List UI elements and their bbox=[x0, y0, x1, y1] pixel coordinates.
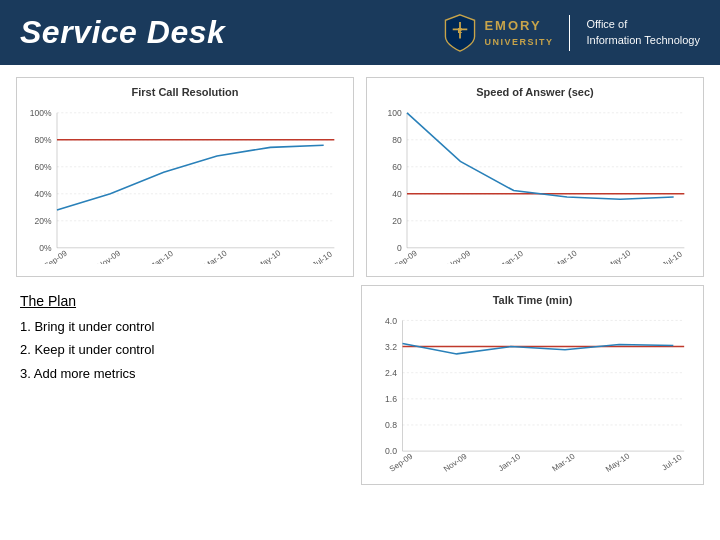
svg-text:40%: 40% bbox=[35, 189, 52, 199]
svg-text:60%: 60% bbox=[35, 162, 52, 172]
svg-text:Jul-10: Jul-10 bbox=[660, 453, 684, 472]
emory-text: EMORYUNIVERSITY bbox=[484, 18, 553, 48]
main-content: First Call Resolution 100% 80% 60% 40% 2… bbox=[0, 65, 720, 540]
svg-text:Jan-10: Jan-10 bbox=[497, 452, 523, 472]
plan-item-2: 2. Keep it under control bbox=[20, 338, 345, 361]
svg-text:May-10: May-10 bbox=[605, 248, 632, 264]
svg-text:Nov-09: Nov-09 bbox=[446, 248, 473, 264]
speed-of-answer-title: Speed of Answer (sec) bbox=[375, 86, 695, 98]
office-it-label: Office ofInformation Technology bbox=[586, 17, 700, 48]
svg-text:40: 40 bbox=[392, 189, 402, 199]
svg-text:E: E bbox=[458, 26, 463, 35]
emory-shield-icon: E bbox=[442, 13, 478, 53]
header-right: E EMORYUNIVERSITY Office ofInformation T… bbox=[442, 13, 700, 53]
plan-section: The Plan 1. Bring it under control 2. Ke… bbox=[16, 285, 349, 528]
svg-text:60: 60 bbox=[392, 162, 402, 172]
emory-logo: E EMORYUNIVERSITY bbox=[442, 13, 553, 53]
svg-text:Jul-10: Jul-10 bbox=[661, 249, 684, 264]
svg-text:Jan-10: Jan-10 bbox=[150, 249, 176, 264]
svg-text:Mar-10: Mar-10 bbox=[553, 248, 579, 264]
svg-text:20: 20 bbox=[392, 216, 402, 226]
svg-text:1.6: 1.6 bbox=[385, 394, 397, 404]
page-title: Service Desk bbox=[20, 14, 225, 51]
svg-text:80: 80 bbox=[392, 135, 402, 145]
talk-time-svg: 4.0 3.2 2.4 1.6 0.8 0.0 Sep-09 Nov-09 Ja… bbox=[370, 310, 695, 472]
plan-item-3: 3. Add more metrics bbox=[20, 362, 345, 385]
first-call-chart: First Call Resolution 100% 80% 60% 40% 2… bbox=[16, 77, 354, 277]
svg-text:3.2: 3.2 bbox=[385, 342, 397, 352]
plan-item-1: 1. Bring it under control bbox=[20, 315, 345, 338]
svg-text:Nov-09: Nov-09 bbox=[96, 248, 123, 264]
svg-text:100%: 100% bbox=[30, 108, 52, 118]
emory-name: EMORYUNIVERSITY bbox=[484, 18, 553, 48]
svg-text:2.4: 2.4 bbox=[385, 368, 397, 378]
svg-text:20%: 20% bbox=[35, 216, 52, 226]
svg-text:4.0: 4.0 bbox=[385, 316, 397, 326]
svg-text:0.8: 0.8 bbox=[385, 420, 397, 430]
svg-text:0: 0 bbox=[397, 243, 402, 253]
first-call-svg: 100% 80% 60% 40% 20% 0% Sep-09 Nov-09 Ja… bbox=[25, 102, 345, 264]
svg-text:Mar-10: Mar-10 bbox=[203, 248, 229, 264]
svg-text:Jan-10: Jan-10 bbox=[500, 249, 526, 264]
svg-text:May-10: May-10 bbox=[604, 451, 632, 472]
svg-text:0%: 0% bbox=[39, 243, 52, 253]
svg-text:100: 100 bbox=[387, 108, 401, 118]
header: Service Desk E EMORYUNIVERSITY Office of… bbox=[0, 0, 720, 65]
speed-of-answer-chart: Speed of Answer (sec) 100 80 60 40 20 0 … bbox=[366, 77, 704, 277]
top-charts-row: First Call Resolution 100% 80% 60% 40% 2… bbox=[16, 77, 704, 277]
svg-text:May-10: May-10 bbox=[255, 248, 282, 264]
speed-of-answer-svg: 100 80 60 40 20 0 Sep-09 Nov-09 Jan-10 M… bbox=[375, 102, 695, 264]
plan-title: The Plan bbox=[20, 293, 345, 309]
first-call-title: First Call Resolution bbox=[25, 86, 345, 98]
svg-text:0.0: 0.0 bbox=[385, 446, 397, 456]
bottom-section: The Plan 1. Bring it under control 2. Ke… bbox=[16, 285, 704, 528]
svg-text:Mar-10: Mar-10 bbox=[550, 452, 577, 472]
svg-text:Jul-10: Jul-10 bbox=[311, 249, 334, 264]
svg-text:Nov-09: Nov-09 bbox=[442, 452, 469, 472]
header-divider bbox=[569, 15, 570, 51]
talk-time-title: Talk Time (min) bbox=[370, 294, 695, 306]
talk-time-chart: Talk Time (min) 4.0 3.2 2.4 1.6 0.8 0.0 … bbox=[361, 285, 704, 485]
svg-text:80%: 80% bbox=[35, 135, 52, 145]
